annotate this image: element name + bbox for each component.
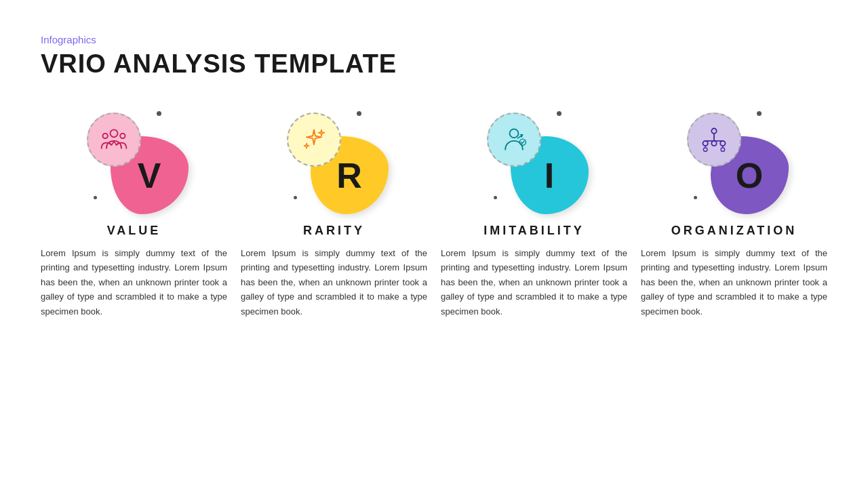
blob-letter-imitability: I xyxy=(545,155,554,196)
icon-area-imitability: I xyxy=(480,106,589,214)
card-rarity: R RARITY Lorem Ipsum is simply dummy tex… xyxy=(241,106,427,319)
card-description-value: Lorem Ipsum is simply dummy text of the … xyxy=(41,246,227,319)
icon-circle-organization xyxy=(687,113,741,167)
svg-point-2 xyxy=(120,134,125,138)
card-title-rarity: RARITY xyxy=(303,224,365,238)
dot-decoration xyxy=(494,196,497,199)
dot-decoration xyxy=(557,111,561,116)
card-organization: O ORGANIZATION Lorem Ipsum is simply dum… xyxy=(641,106,827,319)
dot-decoration xyxy=(757,111,762,116)
card-description-rarity: Lorem Ipsum is simply dummy text of the … xyxy=(241,246,427,319)
cards-container: V VALUE Lorem Ipsum is simply dummy text… xyxy=(41,106,827,319)
dot-decoration xyxy=(294,196,297,199)
dot-decoration xyxy=(157,111,161,116)
icon-area-value: V xyxy=(80,106,189,214)
card-title-value: VALUE xyxy=(107,224,161,238)
icon-circle-value xyxy=(87,113,141,167)
icon-area-organization: O xyxy=(680,106,789,214)
svg-point-7 xyxy=(711,141,716,146)
svg-point-4 xyxy=(519,139,526,145)
svg-point-5 xyxy=(711,129,716,134)
card-description-organization: Lorem Ipsum is simply dummy text of the … xyxy=(641,246,827,319)
svg-point-6 xyxy=(703,141,707,146)
card-title-imitability: IMITABILITY xyxy=(484,224,585,238)
icon-circle-rarity xyxy=(287,113,341,167)
icon-circle-imitability xyxy=(487,113,541,167)
page-title: VRIO ANALYSIS TEMPLATE xyxy=(41,49,827,79)
dot-decoration xyxy=(694,196,697,199)
svg-point-0 xyxy=(110,129,117,137)
svg-point-8 xyxy=(720,141,725,146)
svg-point-3 xyxy=(509,129,518,138)
blob-letter-rarity: R xyxy=(336,155,362,196)
blob-letter-value: V xyxy=(138,155,161,196)
svg-point-10 xyxy=(721,148,725,152)
svg-point-1 xyxy=(102,134,107,138)
blob-letter-organization: O xyxy=(736,155,763,196)
card-value: V VALUE Lorem Ipsum is simply dummy text… xyxy=(41,106,227,319)
svg-point-9 xyxy=(703,148,707,152)
icon-area-rarity: R xyxy=(280,106,389,214)
card-imitability: I IMITABILITY Lorem Ipsum is simply dumm… xyxy=(441,106,627,319)
card-description-imitability: Lorem Ipsum is simply dummy text of the … xyxy=(441,246,627,319)
dot-decoration xyxy=(357,111,361,116)
card-title-organization: ORGANIZATION xyxy=(671,224,797,238)
page: Infographics VRIO ANALYSIS TEMPLATE V VA… xyxy=(0,0,868,488)
category-label: Infographics xyxy=(41,34,827,45)
dot-decoration xyxy=(94,196,97,199)
